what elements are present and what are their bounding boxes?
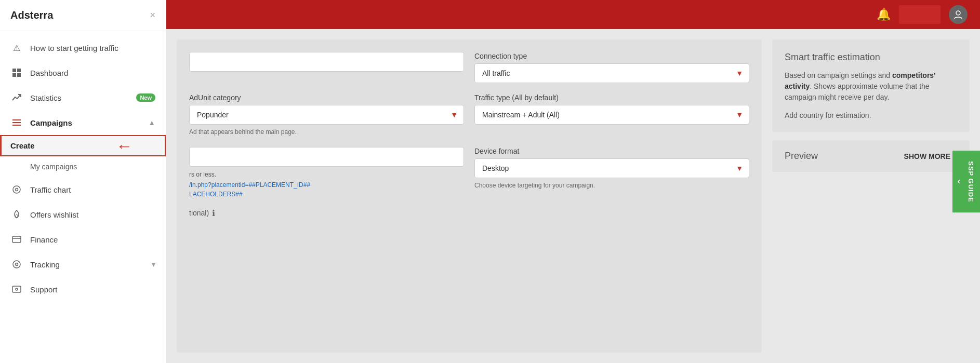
- connection-type-select-wrapper: All traffic ▼: [474, 63, 749, 83]
- svg-point-7: [13, 186, 20, 193]
- url-text-line1: rs or less.: [189, 170, 464, 179]
- right-panel: Smart traffic estimation Based on campai…: [772, 39, 970, 353]
- adunit-category-label: AdUnit category: [189, 93, 464, 102]
- estimation-note: Add country for estimation.: [785, 111, 957, 119]
- form-group-traffic-type: Traffic type (All by default) Mainstream…: [474, 93, 749, 125]
- form-panel: Connection type All traffic ▼ AdUnit cat…: [177, 39, 762, 353]
- sidebar-item-support[interactable]: Support: [0, 277, 166, 302]
- form-group-device-format: Device format Desktop ▼ Choose device ta…: [474, 147, 749, 190]
- optional-label: tional): [189, 209, 209, 217]
- sidebar-item-label: Traffic chart: [30, 185, 155, 194]
- campaigns-icon: [10, 116, 23, 129]
- svg-point-15: [956, 11, 960, 15]
- traffic-chart-icon: [10, 183, 23, 196]
- sidebar-item-my-campaigns[interactable]: My campaigns: [0, 156, 166, 177]
- top-bar: 🔔: [166, 0, 980, 29]
- url-input[interactable]: [189, 147, 464, 167]
- sidebar-item-statistics[interactable]: Statistics New: [0, 85, 166, 110]
- sidebar-item-label: Finance: [30, 235, 155, 244]
- sidebar: Adsterra × ⚠ How to start getting traffi…: [0, 0, 166, 363]
- preview-card: Preview SHOW MORE ▾: [772, 140, 970, 172]
- sidebar-item-label: Create: [10, 141, 155, 150]
- sidebar-header: Adsterra ×: [0, 0, 166, 31]
- sidebar-nav: ⚠ How to start getting traffic Dashboard…: [0, 31, 166, 363]
- adunit-hint: Ad that appears behind the main page.: [189, 128, 464, 137]
- sidebar-item-campaigns[interactable]: Campaigns ▲: [0, 110, 166, 135]
- form-row-4: tional) ℹ: [189, 208, 749, 218]
- device-format-select[interactable]: Desktop: [474, 158, 749, 178]
- sidebar-item-label: Campaigns: [30, 118, 144, 127]
- form-row-2: AdUnit category Popunder ▼ Ad that appea…: [189, 93, 749, 137]
- form-group-alphanumeric: [189, 52, 464, 72]
- adunit-category-select[interactable]: Popunder: [189, 105, 464, 125]
- show-more-button[interactable]: SHOW MORE ▾: [904, 152, 957, 160]
- estimation-desc-prefix: Based on campaign settings and: [785, 71, 892, 79]
- sidebar-item-label: How to start getting traffic: [30, 44, 155, 52]
- sidebar-item-label: Statistics: [30, 93, 136, 102]
- ssp-guide-tab[interactable]: SSP GUIDE ‹: [952, 151, 980, 213]
- main-content: 🔔 Connection type All traffic: [166, 0, 980, 363]
- ssp-chevron-icon: ‹: [958, 177, 961, 186]
- estimation-title: Smart traffic estimation: [785, 52, 957, 63]
- content-area: Connection type All traffic ▼ AdUnit cat…: [166, 29, 980, 363]
- adunit-select-wrapper: Popunder ▼: [189, 105, 464, 125]
- sidebar-item-label: Support: [30, 285, 155, 294]
- url-text-line3: LACEHOLDERS##: [189, 191, 464, 198]
- top-bar-button[interactable]: [899, 5, 941, 24]
- svg-point-8: [16, 189, 18, 191]
- form-group-optional: tional) ℹ: [189, 208, 749, 218]
- traffic-type-select-wrapper: Mainstream + Adult (All) ▼: [474, 105, 749, 125]
- fire-icon: [10, 208, 23, 221]
- connection-type-select[interactable]: All traffic: [474, 63, 749, 83]
- user-avatar[interactable]: [949, 5, 968, 24]
- chevron-up-icon: ▲: [148, 118, 155, 127]
- form-row-3: rs or less. /in.php?placementid=##PLACEM…: [189, 147, 749, 198]
- sidebar-item-finance[interactable]: Finance: [0, 227, 166, 252]
- sidebar-logo: Adsterra: [10, 9, 53, 21]
- estimation-card: Smart traffic estimation Based on campai…: [772, 39, 970, 132]
- statistics-icon: [10, 91, 23, 104]
- form-row-1: Connection type All traffic ▼: [189, 52, 749, 83]
- svg-point-11: [13, 261, 20, 268]
- preview-title: Preview: [785, 151, 818, 162]
- sidebar-item-label: My campaigns: [30, 163, 155, 171]
- sidebar-item-tracking[interactable]: Tracking ▾: [0, 252, 166, 277]
- svg-rect-2: [12, 73, 16, 77]
- bell-icon[interactable]: 🔔: [877, 8, 891, 21]
- chevron-down-icon: ▾: [152, 260, 155, 268]
- form-group-adunit: AdUnit category Popunder ▼ Ad that appea…: [189, 93, 464, 137]
- sidebar-item-create[interactable]: Create ←: [0, 135, 166, 156]
- ssp-guide-label: SSP GUIDE: [967, 161, 975, 203]
- info-icon[interactable]: ℹ: [212, 208, 215, 218]
- device-hint: Choose device targeting for your campaig…: [474, 181, 749, 190]
- traffic-type-select[interactable]: Mainstream + Adult (All): [474, 105, 749, 125]
- warning-icon: ⚠: [10, 42, 23, 54]
- finance-icon: [10, 233, 23, 246]
- svg-point-12: [16, 263, 18, 266]
- sidebar-item-label: Offers wishlist: [30, 210, 155, 219]
- alphanumeric-input[interactable]: [189, 52, 464, 72]
- sidebar-item-offers-wishlist[interactable]: Offers wishlist: [0, 202, 166, 227]
- sidebar-item-label: Tracking: [30, 260, 148, 269]
- tracking-icon: [10, 258, 23, 271]
- sidebar-item-how-to-start[interactable]: ⚠ How to start getting traffic: [0, 35, 166, 60]
- svg-rect-1: [17, 69, 21, 72]
- svg-rect-9: [12, 236, 21, 243]
- svg-point-14: [16, 288, 18, 290]
- svg-rect-3: [17, 73, 21, 77]
- sidebar-item-traffic-chart[interactable]: Traffic chart: [0, 177, 166, 202]
- show-more-label: SHOW MORE: [904, 152, 950, 160]
- url-text-line2: /in.php?placementid=##PLACEMENT_ID##: [189, 181, 464, 189]
- svg-rect-0: [12, 69, 16, 72]
- estimation-desc: Based on campaign settings and competito…: [785, 70, 957, 103]
- svg-rect-13: [12, 286, 21, 292]
- device-format-select-wrapper: Desktop ▼: [474, 158, 749, 178]
- sidebar-item-label: Dashboard: [30, 69, 155, 77]
- form-group-connection-type: Connection type All traffic ▼: [474, 52, 749, 83]
- traffic-type-label: Traffic type (All by default): [474, 93, 749, 102]
- device-format-label: Device format: [474, 147, 749, 155]
- close-icon[interactable]: ×: [150, 10, 155, 21]
- sidebar-item-dashboard[interactable]: Dashboard: [0, 60, 166, 85]
- support-icon: [10, 283, 23, 295]
- form-group-url-input: rs or less. /in.php?placementid=##PLACEM…: [189, 147, 464, 198]
